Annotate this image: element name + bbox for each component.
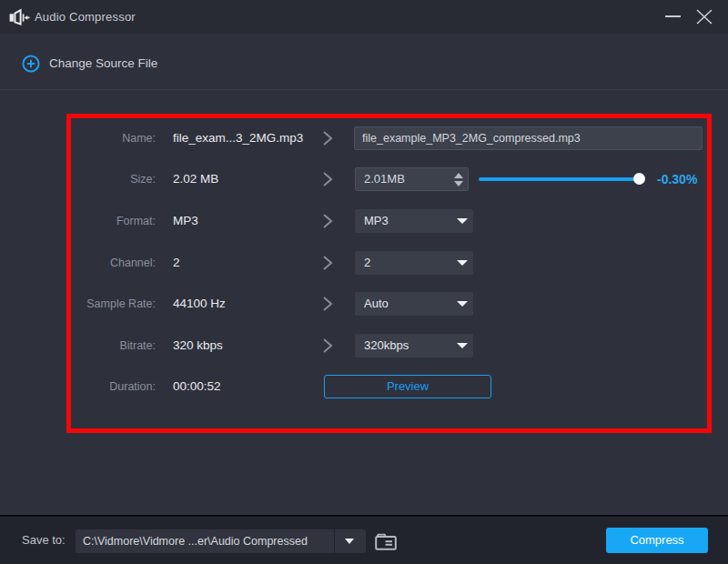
row-name: Name: file_exam...3_2MG.mp3 xyxy=(0,126,728,150)
name-source-value: file_exam...3_2MG.mp3 xyxy=(173,126,303,150)
caret-down-icon xyxy=(457,301,468,307)
row-bitrate: Bitrate: 320 kbps 320kbps xyxy=(0,334,728,358)
bitrate-select-value: 320kbps xyxy=(364,334,409,358)
name-label: Name: xyxy=(46,126,156,150)
chevron-right-icon xyxy=(322,255,333,275)
chevron-right-icon xyxy=(322,337,333,358)
save-path-combo[interactable]: C:\Vidmore\Vidmore ...er\Audio Compresse… xyxy=(76,529,366,553)
chevron-right-icon xyxy=(322,130,333,150)
window-title: Audio Compressor xyxy=(35,0,136,34)
combo-divider xyxy=(334,529,335,553)
channel-source-value: 2 xyxy=(173,251,180,275)
header-divider xyxy=(0,89,728,90)
sample-rate-select[interactable]: Auto xyxy=(355,292,473,316)
row-format: Format: MP3 MP3 xyxy=(0,209,728,233)
sample-rate-source-value: 44100 Hz xyxy=(173,292,226,316)
format-select-value: MP3 xyxy=(364,209,389,233)
browse-folder-button[interactable] xyxy=(374,530,398,552)
minimize-button[interactable] xyxy=(665,15,681,17)
caret-down-icon xyxy=(457,260,468,266)
size-spinner-value: 2.01MB xyxy=(364,168,405,190)
output-name-input[interactable] xyxy=(354,126,703,150)
size-slider-track[interactable] xyxy=(479,177,644,181)
channel-label: Channel: xyxy=(46,251,156,275)
audio-compressor-icon xyxy=(8,6,30,30)
bottom-bar: Save to: C:\Vidmore\Vidmore ...er\Audio … xyxy=(0,515,728,564)
size-slider-handle[interactable] xyxy=(633,173,645,185)
format-source-value: MP3 xyxy=(173,209,198,233)
change-source-file-label: Change Source File xyxy=(49,55,157,73)
size-spinner[interactable]: 2.01MB xyxy=(355,167,469,191)
add-plus-icon xyxy=(22,55,40,76)
chevron-right-icon xyxy=(322,171,333,191)
spinner-down-icon[interactable] xyxy=(454,181,463,186)
channel-select-value: 2 xyxy=(364,251,370,275)
size-label: Size: xyxy=(46,167,156,191)
row-duration: Duration: 00:00:52 Preview xyxy=(0,375,728,398)
row-sample-rate: Sample Rate: 44100 Hz Auto xyxy=(0,292,728,316)
format-label: Format: xyxy=(46,209,156,233)
save-to-label: Save to: xyxy=(22,517,66,564)
chevron-right-icon xyxy=(322,213,333,233)
caret-down-icon xyxy=(457,343,468,348)
titlebar: Audio Compressor xyxy=(0,0,728,34)
sample-rate-label: Sample Rate: xyxy=(46,292,156,316)
bitrate-label: Bitrate: xyxy=(46,334,156,358)
preview-button[interactable]: Preview xyxy=(324,375,491,398)
sample-rate-select-value: Auto xyxy=(364,292,389,316)
bitrate-select[interactable]: 320kbps xyxy=(355,334,473,358)
row-channel: Channel: 2 2 xyxy=(0,251,728,275)
format-select[interactable]: MP3 xyxy=(355,209,473,233)
channel-select[interactable]: 2 xyxy=(355,251,473,275)
duration-label: Duration: xyxy=(46,375,156,398)
close-button[interactable] xyxy=(696,9,713,25)
chevron-right-icon xyxy=(322,296,333,316)
size-source-value: 2.02 MB xyxy=(173,167,218,191)
bitrate-source-value: 320 kbps xyxy=(173,334,223,358)
row-size: Size: 2.02 MB 2.01MB -0.30% xyxy=(0,167,728,191)
compress-button[interactable]: Compress xyxy=(606,528,708,553)
spinner-up-icon[interactable] xyxy=(454,173,463,178)
save-path-value: C:\Vidmore\Vidmore ...er\Audio Compresse… xyxy=(83,529,332,553)
caret-down-icon xyxy=(457,218,468,224)
size-delta-value: -0.30% xyxy=(657,167,697,191)
duration-source-value: 00:00:52 xyxy=(173,375,221,398)
caret-down-icon[interactable] xyxy=(345,539,354,544)
